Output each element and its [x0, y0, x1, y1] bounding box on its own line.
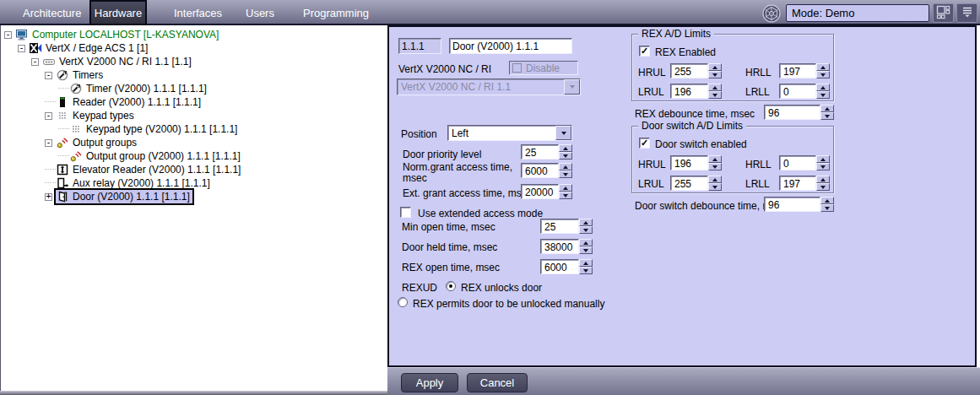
tree-item-keypad-types[interactable]: -Keypad types — [1, 109, 387, 122]
door-switch-enabled-checkbox[interactable]: ✓ — [639, 138, 650, 149]
tree-item-aux-relay-v2000-1-1-1-1-1-1[interactable]: Aux relay (V2000) 1.1.1 [1.1.1] — [1, 176, 387, 190]
door-debounce-input[interactable]: 96 — [764, 197, 820, 212]
tree-item-elevator-reader-v2000-1-1-1-1-1-1[interactable]: Elevator Reader (V2000) 1.1.1 [1.1.1] — [1, 163, 387, 176]
rex-enabled-checkbox[interactable]: ✓ — [639, 46, 650, 57]
spin-up-button[interactable] — [708, 84, 722, 91]
spin-up-button[interactable] — [559, 163, 572, 170]
object-name-field[interactable]: Door (V2000) 1.1.1 — [449, 38, 572, 54]
collapse-minus-icon[interactable]: - — [4, 31, 12, 39]
collapse-minus-icon[interactable]: - — [31, 58, 39, 66]
spin-down-button[interactable] — [816, 71, 830, 78]
tree-item-timer-v2000-1-1-1-1-1-1[interactable]: Timer (V2000) 1.1.1 [1.1.1] — [1, 82, 387, 95]
expand-plus-icon[interactable]: + — [45, 193, 52, 201]
spin-down-button[interactable] — [559, 170, 572, 178]
door-lrul-input[interactable]: 255 — [670, 176, 708, 191]
spin-up-button[interactable] — [816, 176, 830, 183]
tree-item-computer-localhost-l-kasyanova[interactable]: -Computer LOCALHOST [L-KASYANOVA] — [1, 28, 387, 41]
sphere-icon[interactable] — [761, 3, 782, 24]
spin-up-button[interactable] — [816, 155, 830, 163]
menu-interfaces[interactable]: Interfaces — [174, 7, 222, 19]
spin-up-button[interactable] — [579, 259, 593, 267]
spin-down-button[interactable] — [708, 71, 722, 78]
ext-grant-input[interactable]: 20000 — [521, 184, 559, 199]
collapse-minus-icon[interactable]: - — [45, 139, 52, 147]
spin-up-button[interactable] — [820, 105, 834, 112]
tree-item-content[interactable]: Reader (V2000) 1.1.1 [1.1.1] — [56, 95, 203, 109]
spin-down-button[interactable] — [708, 163, 722, 170]
tree-item-content[interactable]: VertX V2000 NC / RI 1.1 [1.1] — [42, 55, 194, 68]
tree-item-content[interactable]: Aux relay (V2000) 1.1.1 [1.1.1] — [56, 176, 213, 190]
min-open-input[interactable]: 25 — [540, 219, 579, 234]
collapse-minus-icon[interactable]: - — [18, 45, 25, 52]
chevron-down-icon[interactable] — [555, 126, 571, 140]
tree-item-content[interactable]: Keypad type (V2000) 1.1.1 [1.1.1] — [69, 122, 240, 136]
collapse-minus-icon[interactable]: - — [45, 72, 52, 79]
chevron-down-icon[interactable] — [564, 79, 580, 95]
tree-item-door-v2000-1-1-1-1-1-1[interactable]: +Door (V2000) 1.1.1 [1.1.1] — [1, 190, 387, 203]
spin-up-button[interactable] — [579, 219, 593, 226]
tree-item-output-group-v2000-1-1-1-1-1-1[interactable]: Output group (V2000) 1.1.1 [1.1.1] — [1, 149, 387, 163]
spin-up-button[interactable] — [579, 239, 593, 246]
spin-down-button[interactable] — [816, 91, 830, 99]
use-extended-access-checkbox[interactable] — [400, 207, 411, 218]
collapse-minus-icon[interactable]: - — [45, 112, 52, 120]
rex-hrll-input[interactable]: 197 — [779, 63, 816, 78]
spin-down-button[interactable] — [816, 183, 830, 191]
tree-item-content[interactable]: Timer (V2000) 1.1.1 [1.1.1] — [69, 82, 209, 95]
spin-down-button[interactable] — [559, 152, 572, 160]
tree-item-content[interactable]: Door (V2000) 1.1.1 [1.1.1] — [56, 190, 192, 203]
window-menu-button[interactable] — [956, 3, 977, 23]
door-hrul-input[interactable]: 196 — [670, 155, 708, 170]
door-lrll-input[interactable]: 197 — [779, 176, 816, 191]
spin-up-button[interactable] — [708, 176, 722, 183]
tree-item-vertx-edge-acs-1-1[interactable]: -VertX / Edge ACS 1 [1] — [1, 41, 387, 55]
rex-permits-radio[interactable] — [398, 297, 408, 307]
tree-item-keypad-type-v2000-1-1-1-1-1-1[interactable]: Keypad type (V2000) 1.1.1 [1.1.1] — [1, 122, 387, 136]
tree-item-vertx-v2000-nc-ri-1-1-1-1[interactable]: -VertX V2000 NC / RI 1.1 [1.1] — [1, 55, 387, 68]
rex-lrul-input[interactable]: 196 — [670, 84, 708, 99]
spin-down-button[interactable] — [559, 192, 572, 199]
door-held-input[interactable]: 38000 — [540, 239, 579, 254]
spin-up-button[interactable] — [816, 84, 830, 91]
spin-down-button[interactable] — [579, 267, 593, 274]
tree-item-content[interactable]: Computer LOCALHOST [L-KASYANOVA] — [15, 28, 221, 41]
spin-up-button[interactable] — [816, 63, 830, 71]
tree-item-reader-v2000-1-1-1-1-1-1[interactable]: Reader (V2000) 1.1.1 [1.1.1] — [1, 95, 387, 109]
spin-down-button[interactable] — [579, 246, 593, 254]
spin-down-button[interactable] — [579, 226, 593, 234]
tree-item-output-groups[interactable]: -Output groups — [1, 136, 387, 149]
tree-item-content[interactable]: Timers — [56, 68, 106, 82]
tree-item-timers[interactable]: -Timers — [1, 68, 387, 82]
spin-up-button[interactable] — [559, 184, 572, 192]
tree-item-content[interactable]: Elevator Reader (V2000) 1.1.1 [1.1.1] — [56, 163, 243, 176]
parent-device-dropdown[interactable]: VertX V2000 NC / RI 1.1 — [397, 78, 581, 95]
tree-item-content[interactable]: Output groups — [56, 136, 139, 149]
menu-architecture[interactable]: Architecture — [23, 7, 81, 19]
rex-open-input[interactable]: 6000 — [540, 259, 579, 274]
menu-users[interactable]: Users — [246, 7, 274, 19]
rex-lrll-input[interactable]: 0 — [779, 84, 816, 99]
rex-unlocks-radio[interactable] — [446, 281, 456, 291]
rex-debounce-input[interactable]: 96 — [764, 105, 820, 120]
rex-hrul-input[interactable]: 255 — [670, 63, 708, 78]
spin-up-button[interactable] — [559, 144, 572, 152]
spin-up-button[interactable] — [708, 63, 722, 71]
norm-grant-input[interactable]: 6000 — [521, 163, 559, 178]
spin-down-button[interactable] — [820, 112, 834, 120]
door-priority-input[interactable]: 25 — [521, 144, 559, 160]
spin-down-button[interactable] — [820, 204, 834, 212]
layout-grid-button[interactable] — [933, 3, 954, 23]
door-hrll-input[interactable]: 0 — [779, 155, 816, 170]
spin-up-button[interactable] — [820, 197, 834, 204]
position-dropdown[interactable]: Left — [447, 125, 572, 141]
spin-up-button[interactable] — [708, 155, 722, 163]
menu-programming[interactable]: Programming — [303, 7, 369, 19]
mode-field[interactable]: Mode: Demo — [786, 4, 929, 22]
tree-item-content[interactable]: Keypad types — [56, 109, 137, 122]
tree-item-content[interactable]: VertX / Edge ACS 1 [1] — [29, 41, 150, 55]
apply-button[interactable]: Apply — [401, 373, 458, 392]
tree-item-content[interactable]: Output group (V2000) 1.1.1 [1.1.1] — [69, 149, 243, 163]
disable-checkbox[interactable] — [512, 63, 522, 73]
spin-down-button[interactable] — [708, 183, 722, 191]
menu-hardware[interactable]: Hardware — [89, 0, 147, 25]
